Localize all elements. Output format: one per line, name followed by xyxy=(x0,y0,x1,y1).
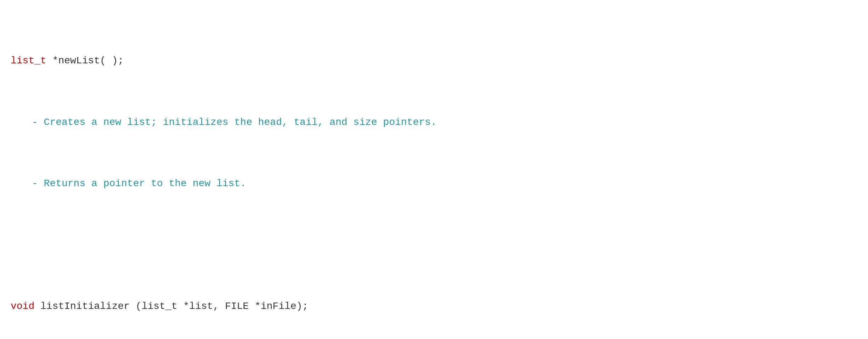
line-blank-1 xyxy=(11,237,857,253)
line-listinitializer-sig: void listInitializer (list_t *list, FILE… xyxy=(11,299,857,314)
func-sig-listinitializer: listInitializer (list_t *list, FILE *inF… xyxy=(34,301,308,312)
line-newlist-comment-2: - Returns a pointer to the new list. xyxy=(11,176,857,191)
line-newlist-sig: list_t *newList( ); xyxy=(11,53,857,68)
keyword-void-1: void xyxy=(11,301,34,312)
func-sig-newlist: *newList( ); xyxy=(46,55,124,66)
comment-creates-new-list: - Creates a new list; initializes the he… xyxy=(32,117,437,128)
code-documentation: list_t *newList( ); - Creates a new list… xyxy=(11,7,857,339)
keyword-list-t: list_t xyxy=(11,55,46,66)
line-newlist-comment-1: - Creates a new list; initializes the he… xyxy=(11,115,857,130)
comment-returns-pointer-newlist: - Returns a pointer to the new list. xyxy=(32,178,246,189)
